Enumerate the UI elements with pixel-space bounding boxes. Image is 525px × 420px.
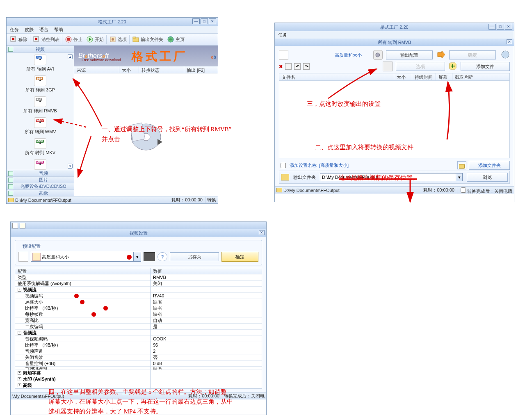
category-video[interactable]: 视频	[7, 46, 74, 53]
menu-help[interactable]: 帮助	[54, 27, 63, 33]
close-icon[interactable]: ✕	[507, 39, 512, 44]
category-audio[interactable]: 音频	[7, 170, 74, 176]
setting-row[interactable]: +附加字幕	[15, 370, 262, 376]
expand-icon[interactable]: -	[18, 288, 21, 292]
col-size[interactable]: 大小	[119, 66, 139, 73]
setting-row[interactable]: 视频编码RV40	[15, 293, 262, 299]
clear-button[interactable]: 清空列表	[31, 35, 61, 44]
col-config[interactable]: 配置	[15, 268, 151, 274]
setting-row[interactable]: 关闭音效否	[15, 354, 262, 361]
setting-row[interactable]: -视频流	[15, 287, 262, 293]
disc-icon	[8, 184, 13, 189]
file-list: 文件名 大小 持续时间 屏幕 截取片断	[279, 73, 510, 158]
expand-icon[interactable]: -	[18, 331, 21, 335]
col-source[interactable]: 来源	[74, 66, 119, 73]
col-name[interactable]: 文件名	[279, 73, 394, 80]
max-button[interactable]: □	[201, 18, 208, 24]
col-value[interactable]: 数值	[151, 268, 162, 274]
sub-title: 所有 转到 RMVB ✕	[275, 39, 514, 46]
globe-icon	[501, 50, 510, 60]
col-output[interactable]: 输出 [F2]	[184, 66, 218, 73]
col-status[interactable]: 转换状态	[139, 66, 184, 73]
scroll-down-button[interactable]: ▼	[68, 164, 73, 169]
output-config-button[interactable]: 输出配置	[386, 50, 433, 59]
chevron-down-icon[interactable]: ▾	[456, 173, 462, 181]
ok-button[interactable]: 确定	[449, 50, 496, 59]
browse-button[interactable]: 浏览	[467, 173, 508, 182]
help-button[interactable]: ?	[158, 252, 167, 261]
menu-lang[interactable]: 语言	[39, 27, 48, 33]
option-button[interactable]: 选项	[396, 62, 445, 71]
setting-row[interactable]: 比特率 （KB/秒）缺省	[15, 305, 262, 311]
close-button[interactable]: ✕	[209, 18, 216, 24]
option-button[interactable]: 选项	[107, 35, 128, 44]
close-icon[interactable]: ✕	[259, 230, 265, 235]
min-button[interactable]: —	[192, 18, 200, 24]
min-button[interactable]: —	[488, 24, 496, 30]
add-folder-button[interactable]: 添加文件夹	[469, 161, 510, 170]
menu-task[interactable]: 任务	[10, 27, 19, 33]
category-disc[interactable]: 光驱设备\DVD\CD\ISO	[7, 183, 74, 189]
add-set-checkbox[interactable]	[281, 163, 286, 168]
stop-button[interactable]: 停止	[63, 35, 84, 44]
setting-row[interactable]: +水印 (AviSynth)	[15, 376, 262, 382]
format-icon: MPG	[34, 159, 46, 170]
delete-icon[interactable]: ✖	[279, 64, 283, 69]
out-path-combo[interactable]: D:\My Documents\FFOutput▾	[320, 173, 463, 181]
col-clip[interactable]: 截取片断	[452, 73, 509, 80]
start-button[interactable]: 开始	[84, 35, 105, 44]
task-list-header: 来源 大小 转换状态 输出 [F2]	[74, 66, 218, 73]
setting-row[interactable]: 屏幕大小缺省	[15, 299, 262, 305]
video-item-list: ▲ AVI所有 转到 AVI3GP所有 转到 3GPRM所有 转到 RMVBWM…	[7, 53, 74, 170]
video-item-mpg[interactable]: MPG所有 转到 MPG	[7, 158, 74, 170]
col-screen[interactable]: 屏幕	[436, 73, 452, 80]
chevron-down-icon[interactable]: ▾	[133, 252, 141, 261]
video-item-mkv[interactable]: MKV所有 转到 MKV	[7, 137, 74, 158]
format-icon: 3GP	[34, 75, 46, 86]
after-checkbox[interactable]	[461, 187, 466, 193]
dark-button[interactable]	[144, 252, 155, 261]
video-item-wmv[interactable]: WMV所有 转到 WMV	[7, 116, 74, 137]
col-duration[interactable]: 持续时间	[412, 73, 436, 80]
close-button[interactable]: ✕	[505, 24, 512, 30]
undo-icon[interactable]: ↶	[294, 63, 301, 70]
video-item-rmvb[interactable]: RM所有 转到 RMVB	[7, 96, 74, 116]
ok-button[interactable]: 确定	[221, 252, 258, 262]
setting-row[interactable]: 音视频编码COOK	[15, 336, 262, 342]
setting-row[interactable]: 类型RMVB	[15, 274, 262, 281]
col-size[interactable]: 大小	[394, 73, 412, 80]
setting-row[interactable]: 音频声道2	[15, 348, 262, 354]
max-button[interactable]: □	[497, 24, 504, 30]
folder-icon	[276, 188, 282, 192]
expand-icon[interactable]: +	[18, 377, 21, 381]
category-advanced[interactable]: 高级	[7, 189, 74, 196]
expand-icon[interactable]: +	[18, 371, 21, 375]
video-item-gp[interactable]: 3GP所有 转到 3GP	[7, 75, 74, 96]
setting-row[interactable]: 音量控制 (+dB)0 dB	[15, 361, 262, 367]
video-item-avi[interactable]: AVI所有 转到 AVI	[7, 54, 74, 75]
category-picture[interactable]: 图片	[7, 176, 74, 183]
redo-icon[interactable]: ↷	[303, 63, 310, 70]
setting-row[interactable]: 使用系统解码器 (AviSynth)关闭	[15, 281, 262, 287]
add-folder-icon-button[interactable]	[457, 161, 466, 169]
remove-button[interactable]: 移除	[8, 35, 29, 44]
expand-icon[interactable]: +	[18, 383, 21, 387]
preset-legend: 预设配置	[21, 243, 42, 249]
menu-skin[interactable]: 皮肤	[25, 27, 34, 33]
setting-row[interactable]: 比特率 （KB/秒）96	[15, 342, 262, 348]
blank-icon[interactable]	[285, 63, 292, 70]
setting-row[interactable]: 每秒帧数缺省	[15, 311, 262, 317]
folder-icon	[132, 36, 139, 43]
save-as-button[interactable]: 另存为	[170, 252, 219, 261]
setting-row[interactable]: +高级	[15, 382, 262, 388]
preset-combo[interactable]: 高质量和大小 ▾	[31, 252, 141, 262]
setting-row[interactable]: 二次编码是	[15, 324, 262, 330]
setting-row[interactable]: 宽高比自动	[15, 317, 262, 324]
add-file-button[interactable]: 添加文件	[461, 62, 510, 71]
home-button[interactable]: 主页	[165, 35, 186, 44]
option-icon	[109, 36, 116, 43]
output-folder-button[interactable]: 输出文件夹	[130, 35, 165, 44]
setting-row[interactable]: -音频流	[15, 330, 262, 336]
scroll-up-button[interactable]: ▲	[68, 54, 73, 59]
red-dot-marker	[91, 312, 96, 317]
